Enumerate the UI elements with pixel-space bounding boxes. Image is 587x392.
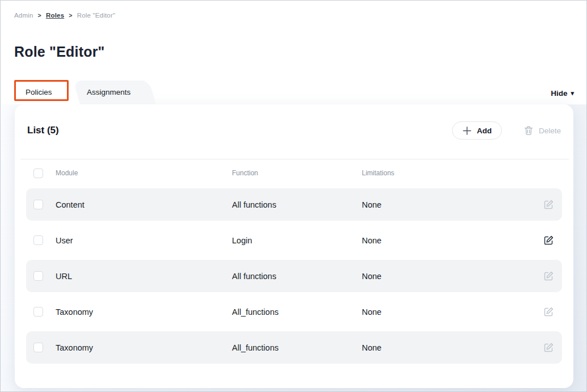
cell-function: All functions [232,200,362,209]
panel-header: List (5) Add [15,104,573,140]
table-header-row: Module Function Limitations [26,159,562,187]
breadcrumb-separator: > [38,12,41,19]
page-title: Role "Editor" [14,44,105,60]
edit-icon[interactable] [535,199,562,210]
cell-function: All_functions [232,343,362,352]
policy-list: Content All functions None User Login No… [26,188,562,364]
select-all-checkbox[interactable] [33,168,43,178]
edit-icon[interactable] [535,342,562,353]
list-heading: List (5) [27,125,59,136]
hide-label: Hide [551,89,567,98]
column-header-module: Module [56,169,232,177]
plus-icon [462,126,472,136]
delete-button[interactable]: Delete [523,125,561,136]
tab-bar: Policies Assignments Hide ▾ [14,81,574,104]
cell-limitations: None [362,200,535,209]
app-window: Admin > Roles > Role "Editor" Role "Edit… [0,0,587,392]
table-row: Taxonomy All_functions None [26,296,562,328]
breadcrumb-roles-link[interactable]: Roles [46,12,64,19]
edit-icon[interactable] [535,271,562,281]
column-header-function: Function [232,169,362,177]
delete-button-label: Delete [539,127,561,135]
caret-down-icon: ▾ [571,90,574,97]
cell-limitations: None [362,272,535,281]
cell-module: User [56,236,232,245]
row-checkbox[interactable] [33,307,43,317]
cell-module: Content [56,200,232,209]
edit-icon[interactable] [535,306,562,317]
cell-limitations: None [362,236,535,245]
cell-function: Login [232,236,362,245]
row-checkbox[interactable] [33,343,43,352]
breadcrumb-current: Role "Editor" [77,12,116,19]
cell-module: Taxonomy [56,307,232,317]
tab-assignments[interactable]: Assignments [75,81,145,104]
table-row: Taxonomy All_functions None [26,331,562,364]
row-checkbox[interactable] [33,271,43,281]
breadcrumb-separator: > [69,12,72,19]
row-checkbox[interactable] [33,200,43,209]
table-row: Content All functions None [26,188,562,221]
breadcrumb: Admin > Roles > Role "Editor" [14,12,115,19]
table-row: URL All functions None [26,260,562,292]
cell-limitations: None [362,307,535,317]
hide-toggle[interactable]: Hide ▾ [551,89,574,98]
column-header-limitations: Limitations [362,169,535,177]
row-checkbox[interactable] [33,235,43,245]
tab-policies[interactable]: Policies [14,81,69,104]
tab-policies-label: Policies [14,88,52,96]
cell-limitations: None [362,343,535,352]
cell-module: Taxonomy [56,343,232,352]
policies-panel: List (5) Add [15,104,573,388]
cell-function: All functions [232,272,362,281]
trash-icon [523,125,534,136]
cell-function: All_functions [232,307,362,317]
breadcrumb-admin[interactable]: Admin [14,12,33,19]
add-button-label: Add [477,127,492,135]
table-row: User Login None [26,224,562,256]
panel-actions: Add Delete [452,121,561,140]
edit-icon[interactable] [535,235,562,246]
cell-module: URL [56,272,232,281]
add-button[interactable]: Add [452,121,502,140]
tab-assignments-label: Assignments [75,88,130,96]
